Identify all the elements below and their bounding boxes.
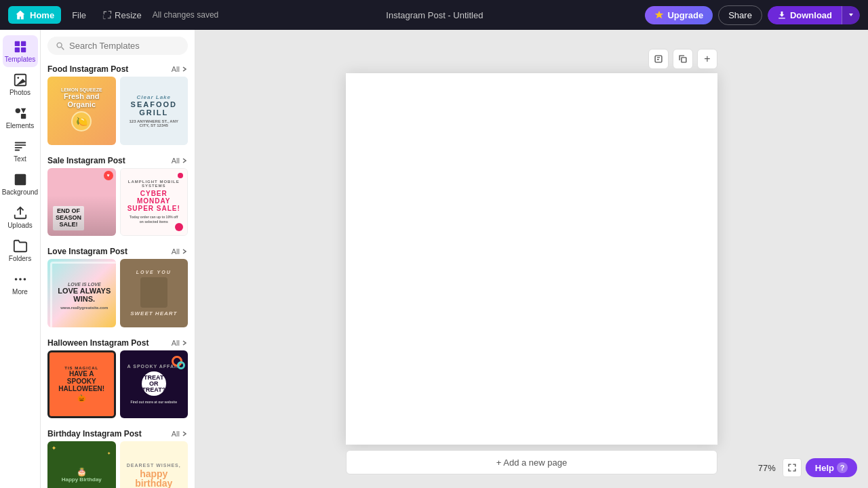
sidebar-item-folders[interactable]: Folders <box>3 235 38 266</box>
svg-rect-3 <box>14 47 19 52</box>
canvas-toolbar: + <box>648 49 717 69</box>
star-icon <box>654 10 664 20</box>
canvas-area: + + Add a new page <box>195 30 868 488</box>
svg-point-13 <box>57 43 62 47</box>
sidebar-item-uploads[interactable]: Uploads <box>3 201 38 233</box>
svg-rect-4 <box>20 47 25 52</box>
birthday-section-all[interactable]: All <box>172 430 188 438</box>
svg-rect-9 <box>14 174 26 186</box>
add-page-button[interactable]: + Add a new page <box>346 450 717 474</box>
svg-rect-8 <box>20 114 25 119</box>
sale-template-1[interactable]: END OFSEASONSALE! ♥ <box>47 168 116 237</box>
sidebar-item-elements[interactable]: Elements <box>3 102 38 134</box>
halloween-section-header: Halloween Instagram Post All <box>41 334 195 350</box>
file-label: File <box>72 10 86 20</box>
chevron-right-icon4 <box>181 340 188 346</box>
chevron-right-icon <box>181 66 188 73</box>
template-icon <box>13 39 28 54</box>
sidebar-item-background[interactable]: Background <box>3 168 38 200</box>
birthday-template-1[interactable]: 🎂 Happy Birthday ✦ ✦ ✦ <box>47 441 116 488</box>
sidebar-templates-label: Templates <box>5 56 36 63</box>
sidebar-item-photos[interactable]: Photos <box>3 68 38 100</box>
help-button[interactable]: Help ? <box>806 458 857 477</box>
sidebar-uploads-label: Uploads <box>7 222 33 229</box>
download-caret-button[interactable] <box>842 6 860 24</box>
sidebar-item-text[interactable]: Text <box>3 135 38 167</box>
food-section-all[interactable]: All <box>172 65 188 73</box>
download-icon <box>777 10 787 20</box>
elements-icon <box>13 106 28 121</box>
sale-section-all[interactable]: All <box>172 157 188 165</box>
halloween-section-title: Halloween Instagram Post <box>47 338 149 348</box>
sidebar-photos-label: Photos <box>9 89 31 96</box>
help-label: Help <box>815 463 834 473</box>
halloween-section-all[interactable]: All <box>172 339 188 347</box>
search-input-wrap[interactable] <box>47 37 188 55</box>
document-title: Instagram Post - Untitled <box>229 10 639 20</box>
folder-icon <box>13 239 28 253</box>
halloween-template-1[interactable]: TIS MAGICAL HAVE ASPOOKYHALLOWEEN! 🎃 <box>47 350 116 419</box>
download-label: Download <box>790 10 832 20</box>
home-label: Home <box>30 10 54 20</box>
download-button[interactable]: Download <box>768 6 842 24</box>
topbar-right: Upgrade Share Download <box>645 5 860 25</box>
templates-panel: Food Instagram Post All LEMON SQUEEZE Fr… <box>41 30 195 488</box>
search-input[interactable] <box>69 41 183 51</box>
halloween-template-2[interactable]: A SPOOKY AFFAIR TREATORTREAT? Find out m… <box>120 350 189 419</box>
sidebar-item-templates[interactable]: Templates <box>3 35 38 67</box>
birthday-template-grid: 🎂 Happy Birthday ✦ ✦ ✦ DEAREST WISHES, h… <box>41 441 195 488</box>
food-template-grid: LEMON SQUEEZE Fresh andOrganic 🍋 Clear L… <box>41 77 195 152</box>
food-section-title: Food Instagram Post <box>47 64 128 74</box>
love-section-all[interactable]: All <box>172 247 188 256</box>
love-template-1[interactable]: LOVE IS LOVE LOVE ALWAYSWINS. www.really… <box>47 259 116 327</box>
sale-section-title: Sale Instagram Post <box>47 156 125 165</box>
home-icon <box>15 9 26 20</box>
svg-point-7 <box>15 108 20 113</box>
zoom-controls: 77% Help ? <box>755 458 857 477</box>
love-template-2[interactable]: LOVE YOU SWEET HEART <box>120 259 189 327</box>
share-label: Share <box>728 10 752 20</box>
photo-icon <box>13 73 28 87</box>
text-icon <box>13 139 28 154</box>
zoom-level: 77% <box>755 463 778 473</box>
icon-sidebar: Templates Photos Elements Text Backgroun… <box>0 30 41 488</box>
food-template-1[interactable]: LEMON SQUEEZE Fresh andOrganic 🍋 <box>47 77 116 145</box>
love-template-grid: LOVE IS LOVE LOVE ALWAYSWINS. www.really… <box>41 259 195 334</box>
upgrade-button[interactable]: Upgrade <box>645 6 713 24</box>
saved-status: All changes saved <box>153 10 218 20</box>
file-button[interactable]: File <box>66 7 92 24</box>
birthday-section-title: Birthday Instagram Post <box>47 429 142 439</box>
halloween-template-grid: TIS MAGICAL HAVE ASPOOKYHALLOWEEN! 🎃 A S… <box>41 350 195 426</box>
chevron-right-icon2 <box>181 157 188 164</box>
home-button[interactable]: Home <box>8 6 61 24</box>
food-section-header: Food Instagram Post All <box>41 60 195 77</box>
search-icon <box>56 41 65 51</box>
svg-point-12 <box>23 278 26 281</box>
canvas-add-button[interactable]: + <box>697 49 717 69</box>
sidebar-more-label: More <box>12 288 28 296</box>
svg-rect-1 <box>14 41 19 46</box>
fullscreen-button[interactable] <box>783 458 802 477</box>
share-button[interactable]: Share <box>718 5 762 25</box>
canvas-notes-button[interactable] <box>648 49 669 69</box>
topbar: Home File Resize All changes saved Insta… <box>0 0 868 30</box>
sale-template-2[interactable]: LAMPLIGHT MOBILE SYSTEMS CYBERMONDAYSUPE… <box>120 168 189 237</box>
resize-icon <box>102 10 112 20</box>
sale-template-grid: END OFSEASONSALE! ♥ LAMPLIGHT MOBILE SYS… <box>41 168 195 243</box>
svg-point-6 <box>17 77 19 79</box>
search-box <box>41 30 195 60</box>
chevron-right-icon3 <box>181 248 188 255</box>
food-template-2[interactable]: Clear Lake SEAFOODGRILL 123 ANYWHERE ST.… <box>120 77 189 145</box>
love-section-title: Love Instagram Post <box>47 247 127 256</box>
sidebar-item-more[interactable]: More <box>3 268 38 300</box>
birthday-template-2[interactable]: DEAREST WISHES, happybirthday <box>120 441 189 488</box>
sidebar-elements-label: Elements <box>6 122 35 129</box>
more-icon <box>13 272 28 287</box>
canvas-duplicate-button[interactable] <box>673 49 693 69</box>
resize-button[interactable]: Resize <box>97 7 147 24</box>
caret-down-icon <box>848 12 854 18</box>
love-section-header: Love Instagram Post All <box>41 243 195 259</box>
sale-section-header: Sale Instagram Post All <box>41 152 195 168</box>
canvas-container[interactable]: + + Add a new page <box>346 73 717 445</box>
sidebar-text-label: Text <box>14 155 26 163</box>
